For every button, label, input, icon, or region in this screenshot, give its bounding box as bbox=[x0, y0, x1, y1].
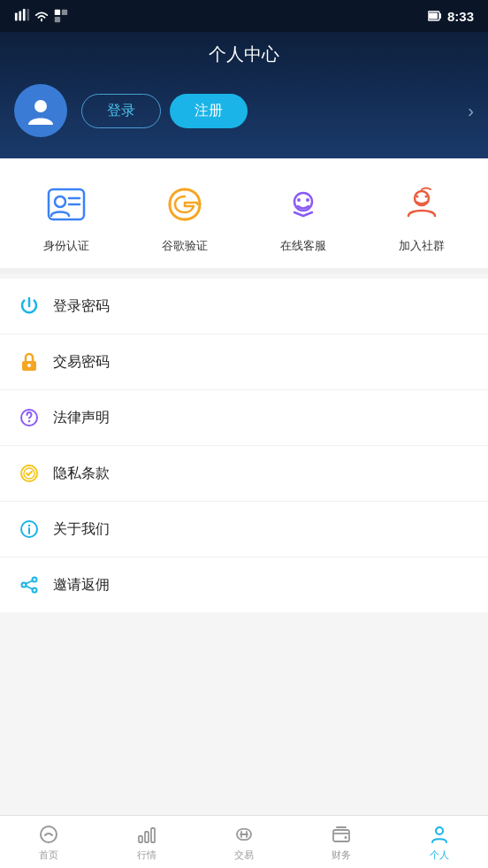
login-button[interactable]: 登录 bbox=[81, 94, 161, 128]
trade-icon bbox=[233, 823, 255, 846]
status-bar: 8:33 bbox=[0, 0, 488, 32]
community-label: 加入社群 bbox=[399, 238, 445, 254]
invite-label: 邀请返佣 bbox=[53, 576, 470, 595]
login-pwd-label: 登录密码 bbox=[53, 297, 470, 316]
svg-rect-36 bbox=[145, 832, 149, 842]
menu-trade-pwd[interactable]: 交易密码 bbox=[0, 334, 488, 390]
register-button[interactable]: 注册 bbox=[170, 94, 248, 128]
svg-rect-0 bbox=[15, 12, 18, 20]
menu-privacy[interactable]: 隐私条款 bbox=[0, 446, 488, 502]
question-icon bbox=[18, 406, 41, 429]
action-community[interactable]: 加入社群 bbox=[397, 180, 446, 254]
page-title: 个人中心 bbox=[14, 42, 474, 66]
nav-market[interactable]: 行情 bbox=[97, 816, 194, 868]
svg-point-23 bbox=[28, 420, 30, 422]
avatar bbox=[14, 84, 67, 137]
auth-buttons: 登录 注册 bbox=[81, 94, 454, 128]
menu-login-pwd[interactable]: 登录密码 bbox=[0, 279, 488, 334]
svg-line-33 bbox=[26, 586, 32, 589]
trade-pwd-label: 交易密码 bbox=[53, 353, 470, 372]
menu-invite[interactable]: 邀请返佣 bbox=[0, 557, 488, 612]
svg-point-18 bbox=[416, 196, 419, 198]
privacy-label: 隐私条款 bbox=[53, 465, 470, 483]
status-right: 8:33 bbox=[428, 9, 474, 24]
svg-rect-41 bbox=[333, 830, 349, 841]
trade-nav-label: 交易 bbox=[234, 849, 254, 862]
svg-rect-5 bbox=[62, 10, 67, 15]
action-identity[interactable]: 身份认证 bbox=[42, 180, 91, 254]
nav-finance[interactable]: 财务 bbox=[293, 816, 390, 868]
service-icon bbox=[278, 180, 328, 229]
nav-home[interactable]: 首页 bbox=[0, 816, 97, 868]
quick-actions: 身份认证 谷歌验证 在线客服 bbox=[0, 158, 488, 273]
google-icon bbox=[160, 180, 210, 229]
identity-icon bbox=[42, 180, 91, 229]
about-label: 关于我们 bbox=[53, 520, 470, 539]
svg-line-32 bbox=[26, 580, 32, 584]
menu-list: 登录密码 交易密码 法律声明 bbox=[0, 279, 488, 612]
avatar-icon bbox=[25, 95, 57, 127]
person-icon bbox=[428, 823, 451, 846]
header: 个人中心 登录 注册 › bbox=[0, 32, 488, 158]
battery-icon bbox=[428, 11, 442, 21]
status-icons-left bbox=[14, 8, 69, 24]
svg-point-43 bbox=[436, 827, 443, 834]
profile-chevron[interactable]: › bbox=[468, 101, 474, 121]
power-icon bbox=[18, 295, 41, 318]
google-label: 谷歌验证 bbox=[162, 238, 208, 254]
nav-profile[interactable]: 个人 bbox=[391, 816, 488, 868]
svg-rect-4 bbox=[55, 10, 60, 15]
svg-point-15 bbox=[297, 198, 301, 202]
menu-about[interactable]: 关于我们 bbox=[0, 502, 488, 557]
svg-rect-1 bbox=[19, 12, 21, 21]
svg-point-42 bbox=[345, 836, 347, 839]
svg-point-19 bbox=[425, 196, 428, 198]
wifi-icon bbox=[34, 8, 50, 24]
svg-rect-37 bbox=[151, 828, 155, 842]
svg-point-16 bbox=[306, 198, 309, 202]
info-icon bbox=[18, 518, 41, 541]
signal-icon bbox=[14, 8, 30, 24]
action-service[interactable]: 在线客服 bbox=[278, 180, 328, 254]
svg-point-21 bbox=[27, 364, 31, 367]
menu-legal[interactable]: 法律声明 bbox=[0, 390, 488, 446]
home-nav-label: 首页 bbox=[39, 849, 58, 862]
svg-rect-3 bbox=[27, 9, 29, 21]
nav-trade[interactable]: 交易 bbox=[195, 816, 293, 868]
share-icon bbox=[18, 573, 41, 596]
community-icon bbox=[397, 180, 446, 229]
svg-rect-8 bbox=[429, 13, 438, 19]
bottom-nav: 首页 行情 交易 bbox=[0, 815, 488, 868]
svg-point-9 bbox=[34, 100, 47, 112]
home-icon bbox=[37, 823, 60, 846]
profile-row: 登录 注册 › bbox=[14, 84, 474, 137]
action-google[interactable]: 谷歌验证 bbox=[160, 180, 210, 254]
svg-point-11 bbox=[55, 196, 65, 207]
svg-point-27 bbox=[28, 525, 30, 526]
market-nav-label: 行情 bbox=[137, 849, 156, 862]
wallet-icon bbox=[330, 823, 353, 846]
chart-icon bbox=[135, 823, 158, 846]
profile-nav-label: 个人 bbox=[430, 849, 449, 862]
time-display: 8:33 bbox=[447, 9, 474, 24]
app-icon bbox=[53, 8, 69, 24]
svg-rect-2 bbox=[23, 9, 26, 21]
service-label: 在线客服 bbox=[280, 238, 326, 254]
legal-label: 法律声明 bbox=[53, 409, 470, 427]
svg-rect-35 bbox=[139, 836, 142, 842]
finance-nav-label: 财务 bbox=[332, 849, 351, 862]
svg-rect-6 bbox=[55, 17, 60, 22]
identity-label: 身份认证 bbox=[43, 238, 89, 254]
coins-icon bbox=[18, 462, 41, 485]
lock-icon bbox=[18, 350, 41, 373]
